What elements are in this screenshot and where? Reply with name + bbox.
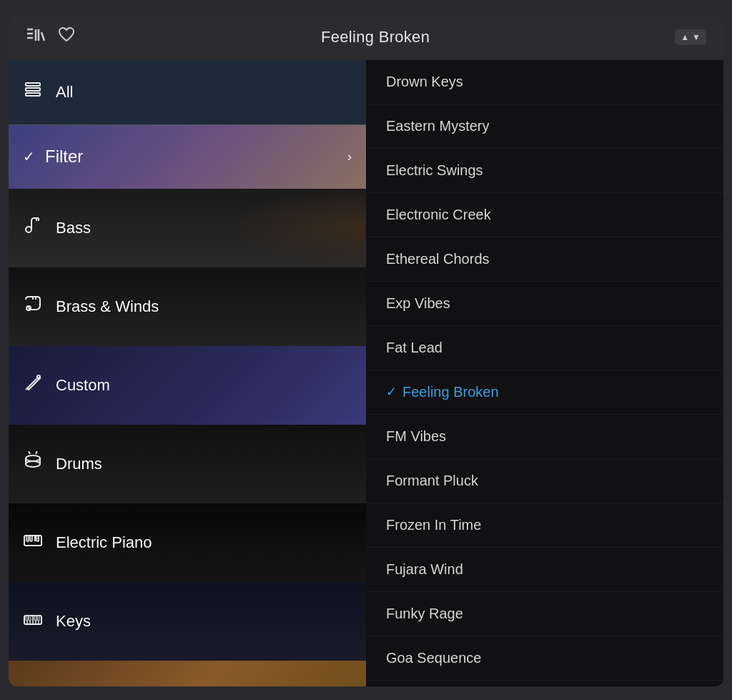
svg-line-16 [26, 388, 27, 390]
drums-icon [23, 451, 43, 476]
sidebar-item-brass[interactable]: Brass & Winds [9, 267, 366, 346]
preset-item-label: Fat Lead [386, 340, 442, 356]
chevron-right-icon: › [347, 149, 352, 164]
preset-item-label: Electric Swings [386, 162, 483, 179]
svg-rect-40 [37, 616, 39, 621]
sidebar-label-all: All [56, 83, 73, 102]
svg-point-20 [26, 461, 40, 467]
svg-rect-29 [30, 536, 32, 541]
svg-rect-39 [34, 616, 36, 621]
svg-rect-37 [26, 616, 28, 621]
preset-selected-checkmark: ✓ [386, 384, 397, 400]
preset-item-label: FM Vibes [386, 428, 446, 445]
sidebar-label-brass: Brass & Winds [56, 297, 159, 316]
sidebar-label-keys: Keys [56, 612, 91, 631]
preset-item[interactable]: Exp Vibes [366, 282, 723, 326]
brass-icon [23, 294, 43, 319]
svg-rect-28 [26, 536, 29, 541]
preset-item[interactable]: Drown Keys [366, 60, 723, 104]
main-content: All ✓ Filter › Bass [9, 60, 723, 686]
category-sidebar: All ✓ Filter › Bass [9, 60, 366, 686]
layers-icon [23, 79, 43, 104]
sidebar-item-filter[interactable]: ✓ Filter › [9, 124, 366, 189]
preset-item[interactable]: Fat Lead [366, 326, 723, 370]
preset-item[interactable]: Fujara Wind [366, 548, 723, 592]
arrow-down[interactable]: ▼ [692, 32, 701, 42]
svg-point-15 [37, 375, 40, 378]
sidebar-label-drums: Drums [56, 455, 102, 473]
preset-item[interactable]: Frozen In Time [366, 503, 723, 548]
app-container: Feeling Broken ▲ ▼ All ✓ [9, 14, 723, 686]
custom-icon [23, 373, 43, 398]
arrow-up[interactable]: ▲ [681, 32, 689, 42]
sidebar-item-drums[interactable]: Drums [9, 425, 366, 503]
sidebar-label-electric-piano: Electric Piano [56, 533, 152, 552]
svg-point-17 [26, 455, 40, 461]
preset-list[interactable]: Drown KeysEastern MysteryElectric Swings… [366, 60, 723, 686]
preset-item[interactable]: Ethereal Chords [366, 237, 723, 282]
sidebar-label-filter: Filter [45, 147, 83, 167]
favorite-icon[interactable] [57, 26, 76, 47]
sidebar-item-all[interactable]: All [9, 60, 366, 124]
preset-item-label: Eastern Mystery [386, 118, 489, 134]
svg-line-5 [41, 32, 44, 41]
preset-title: Feeling Broken [76, 28, 675, 46]
preset-item[interactable]: Electronic Creek [366, 193, 723, 237]
svg-rect-6 [26, 83, 40, 86]
preset-item-label: Electronic Creek [386, 207, 491, 223]
preset-item-label: Frozen In Time [386, 517, 481, 533]
preset-item-label: Exp Vibes [386, 295, 450, 312]
header: Feeling Broken ▲ ▼ [9, 14, 723, 60]
sidebar-item-lead[interactable]: Lead [9, 661, 366, 686]
bass-icon [23, 215, 43, 240]
preset-item[interactable]: FM Vibes [366, 415, 723, 459]
navigation-arrows[interactable]: ▲ ▼ [675, 29, 706, 45]
sidebar-item-custom[interactable]: Custom [9, 346, 366, 425]
sidebar-label-bass: Bass [56, 219, 91, 237]
preset-item-label: Feeling Broken [402, 384, 499, 400]
preset-item[interactable]: Electric Swings [366, 149, 723, 193]
electric-piano-icon [23, 530, 43, 555]
svg-line-22 [36, 451, 37, 454]
svg-rect-7 [26, 88, 40, 91]
preset-item-label: Formant Pluck [386, 473, 478, 489]
header-left [26, 26, 76, 48]
svg-point-9 [26, 227, 31, 232]
preset-item[interactable]: ✓ Feeling Broken [366, 370, 723, 415]
preset-item[interactable]: Funky Rage [366, 592, 723, 636]
sidebar-item-bass[interactable]: Bass [9, 189, 366, 267]
svg-line-21 [29, 451, 30, 454]
preset-item[interactable]: Goa Sequence [366, 636, 723, 681]
preset-item-label: Goa Sequence [386, 650, 481, 666]
preset-item[interactable]: Eastern Mystery [366, 104, 723, 149]
preset-item-label: Drown Keys [386, 74, 463, 90]
preset-item[interactable]: Formant Pluck [366, 459, 723, 503]
preset-item-label: Fujara Wind [386, 561, 463, 578]
preset-item-label: Ethereal Chords [386, 251, 490, 267]
svg-rect-8 [26, 93, 40, 96]
preset-item-label: Funky Rage [386, 606, 463, 622]
sidebar-label-custom: Custom [56, 376, 110, 395]
svg-rect-30 [36, 536, 39, 541]
filter-checkmark: ✓ [23, 148, 35, 165]
sidebar-item-electric-piano[interactable]: Electric Piano [9, 503, 366, 582]
sidebar-item-keys[interactable]: Keys [9, 582, 366, 661]
keys-icon [23, 608, 43, 634]
svg-rect-38 [29, 616, 31, 621]
library-icon[interactable] [26, 26, 46, 48]
